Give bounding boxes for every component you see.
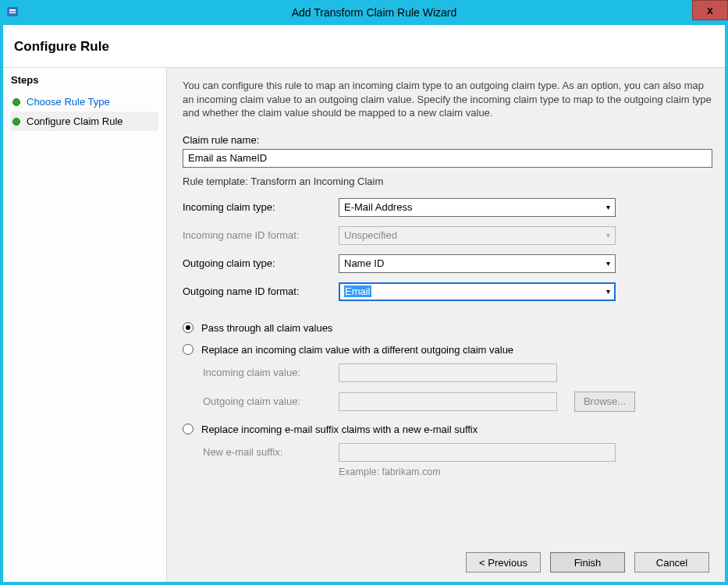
chevron-down-icon: ▾ — [606, 203, 610, 211]
app-icon — [6, 5, 20, 20]
new-email-suffix-input — [339, 443, 616, 462]
incoming-claim-value-label: Incoming claim value: — [203, 367, 339, 378]
claim-rule-name-label: Claim rule name: — [183, 134, 712, 146]
incoming-claim-value-input — [339, 363, 557, 382]
combo-value: E-Mail Address — [344, 201, 412, 213]
radio-replace-value[interactable]: Replace an incoming claim value with a d… — [183, 342, 712, 363]
combo-value: Name ID — [344, 257, 384, 269]
steps-sidebar: Steps Choose Rule Type Configure Claim R… — [3, 68, 167, 582]
previous-button[interactable]: < Previous — [466, 552, 541, 573]
outgoing-claim-value-input — [339, 392, 557, 411]
combo-value: Email — [344, 285, 371, 297]
finish-button[interactable]: Finish — [550, 552, 625, 573]
value-mapping-radio-group: Pass through all claim values Replace an… — [183, 320, 712, 477]
outgoing-claim-type-label: Outgoing claim type: — [183, 257, 339, 269]
incoming-claim-type-combo[interactable]: E-Mail Address ▾ — [339, 198, 616, 217]
page-heading: Configure Rule — [3, 25, 725, 68]
wizard-body: Steps Choose Rule Type Configure Claim R… — [3, 68, 725, 582]
radio-icon — [183, 344, 194, 355]
step-label: Choose Rule Type — [27, 96, 110, 108]
radio-replace-suffix[interactable]: Replace incoming e-mail suffix claims wi… — [183, 421, 712, 443]
main-panel: You can configure this rule to map an in… — [167, 68, 725, 582]
browse-button: Browse... — [574, 392, 635, 412]
outgoing-name-id-format-combo[interactable]: Email ▾ — [339, 282, 616, 301]
step-bullet-icon — [12, 98, 20, 106]
wizard-footer: < Previous Finish Cancel — [183, 543, 712, 573]
window-title: Add Transform Claim Rule Wizard — [20, 6, 728, 19]
radio-icon — [183, 424, 194, 434]
example-text: Example: fabrikam.com — [339, 466, 712, 477]
step-bullet-icon — [12, 118, 20, 126]
combo-value: Unspecified — [344, 229, 397, 241]
step-configure-claim-rule[interactable]: Configure Claim Rule — [11, 112, 158, 131]
outgoing-claim-type-combo[interactable]: Name ID ▾ — [339, 254, 616, 273]
steps-heading: Steps — [11, 74, 158, 86]
radio-label: Replace incoming e-mail suffix claims wi… — [201, 424, 478, 435]
outgoing-name-id-format-label: Outgoing name ID format: — [183, 285, 339, 297]
chevron-down-icon: ▾ — [606, 259, 610, 268]
close-button[interactable]: x — [692, 0, 728, 20]
radio-pass-through[interactable]: Pass through all claim values — [183, 320, 712, 342]
claim-rule-name-input[interactable] — [183, 149, 712, 168]
incoming-name-id-format-combo: Unspecified ▾ — [339, 226, 616, 245]
radio-label: Pass through all claim values — [201, 322, 332, 334]
svg-rect-2 — [9, 12, 16, 13]
chevron-down-icon: ▾ — [606, 231, 610, 239]
radio-icon — [183, 322, 194, 333]
wizard-window: Add Transform Claim Rule Wizard x Config… — [0, 0, 728, 585]
chevron-down-icon: ▾ — [606, 287, 610, 296]
step-choose-rule-type[interactable]: Choose Rule Type — [11, 92, 158, 112]
cancel-button[interactable]: Cancel — [634, 552, 709, 573]
step-label: Configure Claim Rule — [27, 115, 123, 127]
radio-label: Replace an incoming claim value with a d… — [201, 344, 513, 356]
incoming-name-id-format-label: Incoming name ID format: — [183, 229, 339, 241]
intro-text: You can configure this rule to map an in… — [183, 79, 712, 120]
outgoing-claim-value-label: Outgoing claim value: — [203, 395, 339, 407]
new-email-suffix-label: New e-mail suffix: — [203, 446, 339, 458]
svg-rect-1 — [9, 9, 16, 11]
rule-template-line: Rule template: Transform an Incoming Cla… — [183, 176, 712, 187]
incoming-claim-type-label: Incoming claim type: — [183, 201, 339, 213]
titlebar: Add Transform Claim Rule Wizard x — [0, 0, 728, 25]
